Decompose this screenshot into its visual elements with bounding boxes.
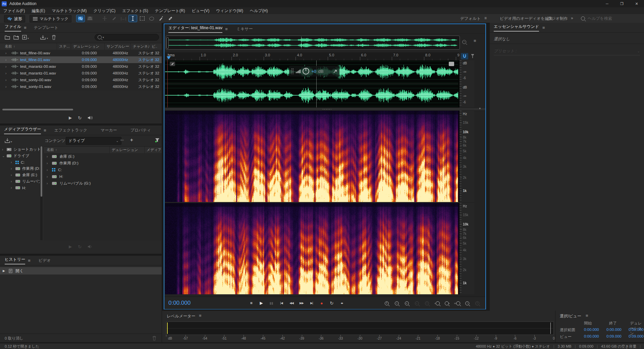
tree-item[interactable]: › 作業用 (D:	[2, 165, 40, 172]
fast-forward-button[interactable]: ▶▶	[297, 299, 306, 307]
menu-item[interactable]: ビュー(V)	[189, 8, 213, 14]
view-end-value[interactable]: 0:09.000	[606, 334, 622, 338]
file-row[interactable]: › test_fifine-00.wav 0:09.000 48000Hz ステ…	[0, 50, 162, 56]
file-row[interactable]: › test_marantz-00.wav 0:09.000 48000Hz ス…	[0, 63, 162, 70]
record-button[interactable]: ●	[317, 299, 326, 307]
media-speaker-button[interactable]	[88, 245, 93, 249]
menu-item[interactable]: クリップ(C)	[90, 8, 119, 14]
stop-button[interactable]: ■	[247, 299, 256, 307]
open-file-icon[interactable]	[5, 35, 10, 40]
media-list-row[interactable]: › H:	[44, 173, 162, 180]
tab-editor[interactable]: エディター: test_fifine-01.wav	[168, 25, 222, 33]
file-row[interactable]: › test_sonty-00.wav 0:09.000 48000Hz ステレ…	[0, 77, 162, 83]
spot-healing-brush-tool-button[interactable]	[166, 15, 174, 22]
media-column-name[interactable]: 名前↑	[44, 147, 110, 153]
column-header-channels[interactable]: チャンネル	[131, 43, 150, 50]
tree-chevron-icon[interactable]: ⌄	[2, 154, 7, 158]
media-row-chevron[interactable]: ›	[47, 161, 52, 165]
history-trash-icon[interactable]	[152, 336, 156, 341]
menu-item[interactable]: エフェクト(S)	[119, 8, 151, 14]
marquee-selection-tool-button[interactable]	[138, 15, 146, 22]
tab-history[interactable]: ヒストリー	[5, 257, 25, 264]
zoom-vertical-button[interactable]: +	[473, 299, 482, 308]
workspace-menu-icon[interactable]: ≡	[484, 16, 487, 20]
level-meter-display[interactable]	[166, 321, 554, 335]
zoom-in-horizontal-button[interactable]: +	[382, 299, 391, 308]
zoom-in-at-outpoint-button[interactable]: ›	[443, 299, 451, 308]
menu-item[interactable]: ヘルプ(H)	[247, 8, 271, 14]
view-duration-value[interactable]: 0:09.000	[629, 334, 644, 338]
menu-item[interactable]: テンプレート(R)	[152, 8, 189, 14]
tab-effects-rack[interactable]: エフェクトラック	[54, 128, 87, 133]
import-file-icon[interactable]	[13, 35, 19, 40]
media-row-chevron[interactable]: ›	[47, 168, 52, 172]
media-browser-menu-icon[interactable]: ≡	[44, 128, 46, 133]
selection-start-value[interactable]: 0:00.000	[584, 328, 599, 332]
media-list-row[interactable]: › C:	[44, 166, 162, 173]
import-media-icon[interactable]	[5, 138, 10, 143]
filter-icon[interactable]	[155, 138, 160, 143]
lasso-selection-tool-button[interactable]	[148, 15, 156, 22]
media-list-row[interactable]: › リムーバブル (G:)	[44, 180, 162, 187]
spectrogram-canvas-right[interactable]	[165, 203, 458, 294]
help-search-icon[interactable]	[581, 16, 585, 21]
essential-sound-menu-icon[interactable]: ≡	[542, 25, 545, 30]
show-waveform-display-button[interactable]	[76, 15, 85, 22]
workspace-overflow-chevron[interactable]: »	[571, 16, 573, 20]
spectral-display-right[interactable]	[165, 203, 460, 294]
tree-item[interactable]: › H:	[2, 185, 40, 191]
zoom-to-selection-button[interactable]: ⌐	[402, 299, 411, 308]
timer-record-button[interactable]: ◦	[463, 299, 472, 308]
tab-markers[interactable]: マーカー	[101, 128, 117, 133]
tab-essential-sound[interactable]: エッセンシャルサウンド	[494, 24, 539, 32]
batch-import-dropdown-chevron[interactable]: ▾	[47, 37, 48, 40]
tab-files[interactable]: ファイル	[5, 24, 21, 32]
selection-view-menu-icon[interactable]: ≡	[586, 313, 588, 318]
rewind-button[interactable]: ◀◀	[287, 299, 296, 307]
tab-media-browser[interactable]: メディアブラウザー	[4, 127, 41, 134]
media-list-row[interactable]: › 倉庫 (E:)	[44, 153, 162, 160]
media-row-chevron[interactable]: ›	[47, 175, 52, 179]
workspace-default-button[interactable]: デフォルト	[460, 16, 481, 21]
zoom-in-at-inpoint-button[interactable]: ‹	[433, 299, 441, 308]
row-expand-chevron[interactable]: ›	[5, 78, 11, 82]
workspace-edit-audio-for-video[interactable]: ビデオ用のオーディオを編集	[500, 16, 553, 21]
file-row[interactable]: › test_marantz-01.wav 0:09.000 48000Hz ス…	[0, 70, 162, 77]
preset-dropdown[interactable]: プリセット : ⌄	[494, 47, 640, 55]
tab-video[interactable]: ビデオ	[39, 258, 51, 263]
help-search-input[interactable]: ヘルプを検索	[588, 16, 612, 21]
import-dropdown-chevron[interactable]: ▾	[11, 140, 12, 143]
workspace-radio-production[interactable]: ラジオ制作	[547, 16, 568, 21]
row-expand-chevron[interactable]: ›	[5, 51, 11, 55]
move-tool-button[interactable]	[101, 15, 109, 22]
preview-loop-button[interactable]: ↻	[78, 115, 82, 120]
media-play-button[interactable]: ▶	[69, 244, 72, 249]
pause-button[interactable]: ▮▮	[267, 299, 276, 307]
paintbrush-tool-button[interactable]	[157, 15, 165, 22]
row-expand-chevron[interactable]: ›	[5, 58, 11, 62]
column-header-bitdepth[interactable]: ビ...	[150, 43, 157, 50]
level-meter-menu-icon[interactable]: ≡	[199, 313, 202, 318]
tree-item[interactable]: › 倉庫 (E:)	[2, 172, 40, 178]
file-row[interactable]: › test_fifine-01.wav 0:09.000 48000Hz ステ…	[0, 56, 162, 63]
show-spectral-display-button[interactable]	[86, 15, 94, 22]
media-column-type[interactable]: メディアタ...	[145, 147, 161, 153]
tree-chevron-icon[interactable]: ›	[11, 160, 15, 164]
waveform-view-button[interactable]: 波形	[4, 15, 25, 22]
overview-strip[interactable]	[166, 36, 460, 50]
tree-chevron-icon[interactable]: ›	[11, 180, 15, 183]
column-header-samplerate[interactable]: サンプルレート	[105, 43, 131, 50]
trash-icon[interactable]	[52, 35, 56, 40]
row-expand-chevron[interactable]: ›	[5, 85, 11, 89]
reset-zoom-button[interactable]: ○	[423, 299, 431, 308]
clip-gain-badge[interactable]	[449, 62, 454, 66]
tree-item[interactable]: › リムーバブル	[2, 178, 40, 185]
multitrack-view-button[interactable]: マルチトラック	[30, 15, 71, 22]
gain-hud[interactable]: +0 dB	[289, 66, 339, 77]
menu-item[interactable]: ファイル(F)	[0, 8, 28, 14]
files-search-input[interactable]: ▾	[95, 34, 159, 41]
overview-left-handle[interactable]	[166, 37, 169, 49]
new-file-dropdown-chevron[interactable]: ▾	[28, 37, 29, 40]
editor-menu-icon[interactable]: ≡	[225, 27, 228, 32]
splitter-collapse-chevron[interactable]: ▾	[479, 107, 481, 110]
